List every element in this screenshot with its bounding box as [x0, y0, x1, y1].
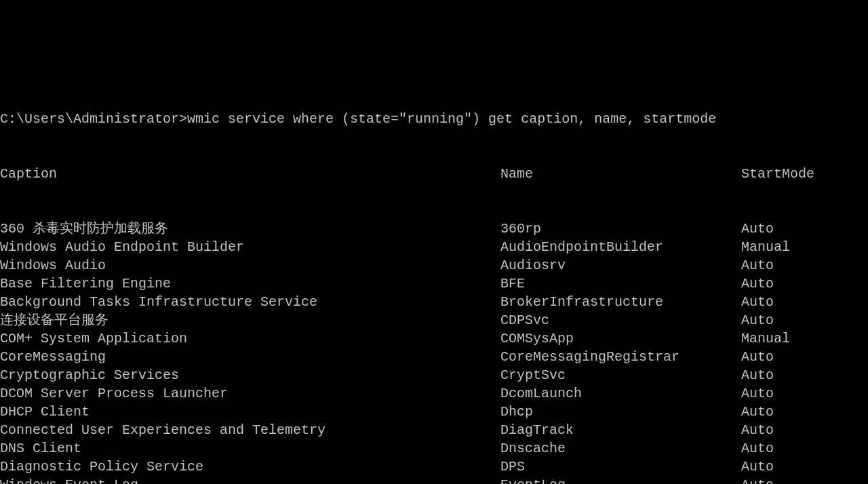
- cell-caption: Windows Audio Endpoint Builder: [0, 238, 500, 256]
- table-row: 连接设备平台服务CDPSvcAuto: [0, 311, 868, 329]
- table-row: Diagnostic Policy ServiceDPSAuto: [0, 458, 868, 476]
- cell-caption: Background Tasks Infrastructure Service: [0, 293, 500, 311]
- cell-caption: DNS Client: [0, 439, 500, 458]
- cell-startmode: Auto: [741, 476, 868, 484]
- cell-name: EventLog: [500, 476, 741, 484]
- cell-caption: CoreMessaging: [0, 348, 500, 366]
- cell-startmode: Auto: [741, 256, 868, 275]
- cell-startmode: Auto: [741, 458, 868, 476]
- cell-caption: Windows Event Log: [0, 476, 500, 484]
- table-row: Windows Event LogEventLogAuto: [0, 476, 868, 484]
- cell-name: CDPSvc: [500, 311, 741, 329]
- cell-startmode: Manual: [741, 329, 868, 348]
- cell-name: BrokerInfrastructure: [500, 293, 741, 311]
- cell-caption: Base Filtering Engine: [0, 275, 500, 293]
- cell-startmode: Auto: [741, 348, 868, 366]
- table-row: DCOM Server Process LauncherDcomLaunchAu…: [0, 384, 868, 403]
- cell-name: DPS: [500, 458, 741, 476]
- cell-startmode: Auto: [741, 421, 868, 439]
- cell-caption: COM+ System Application: [0, 329, 500, 348]
- header-startmode: StartMode: [741, 165, 868, 183]
- cell-caption: Windows Audio: [0, 256, 500, 275]
- cell-startmode: Auto: [741, 220, 868, 238]
- table-row: CoreMessagingCoreMessagingRegistrarAuto: [0, 348, 868, 366]
- cell-caption: DHCP Client: [0, 403, 500, 421]
- cell-name: Dnscache: [500, 439, 741, 458]
- cell-caption: Cryptographic Services: [0, 366, 500, 384]
- cell-startmode: Auto: [741, 366, 868, 384]
- cell-startmode: Auto: [741, 275, 868, 293]
- cell-name: DcomLaunch: [500, 384, 741, 403]
- cell-caption: 360 杀毒实时防护加载服务: [0, 220, 500, 238]
- cell-name: DiagTrack: [500, 421, 741, 439]
- cell-name: AudioEndpointBuilder: [500, 238, 741, 256]
- table-row: Base Filtering EngineBFEAuto: [0, 275, 868, 293]
- cell-name: CryptSvc: [500, 366, 741, 384]
- cell-name: COMSysApp: [500, 329, 741, 348]
- cell-caption: Diagnostic Policy Service: [0, 458, 500, 476]
- table-row: Windows AudioAudiosrvAuto: [0, 256, 868, 275]
- cell-name: BFE: [500, 275, 741, 293]
- terminal-window[interactable]: C:\Users\Administrator>wmic service wher…: [0, 73, 868, 484]
- table-row: COM+ System ApplicationCOMSysAppManual: [0, 329, 868, 348]
- table-row: 360 杀毒实时防护加载服务360rpAuto: [0, 220, 868, 238]
- table-row: Connected User Experiences and Telemetry…: [0, 421, 868, 439]
- command-line: C:\Users\Administrator>wmic service wher…: [0, 110, 868, 128]
- cell-name: Audiosrv: [500, 256, 741, 275]
- output-rows: 360 杀毒实时防护加载服务360rpAutoWindows Audio End…: [0, 220, 868, 484]
- table-row: DHCP ClientDhcpAuto: [0, 403, 868, 421]
- table-row: Windows Audio Endpoint BuilderAudioEndpo…: [0, 238, 868, 256]
- cell-startmode: Auto: [741, 403, 868, 421]
- cell-startmode: Auto: [741, 384, 868, 403]
- cell-caption: DCOM Server Process Launcher: [0, 384, 500, 403]
- header-caption: Caption: [0, 165, 500, 183]
- prompt-path: C:\Users\Administrator>: [0, 110, 187, 128]
- cell-startmode: Auto: [741, 311, 868, 329]
- table-row: DNS ClientDnscacheAuto: [0, 439, 868, 458]
- cell-startmode: Auto: [741, 293, 868, 311]
- command-text: wmic service where (state="running") get…: [187, 110, 716, 128]
- cell-name: CoreMessagingRegistrar: [500, 348, 741, 366]
- table-row: Cryptographic ServicesCryptSvcAuto: [0, 366, 868, 384]
- cell-startmode: Manual: [741, 238, 868, 256]
- header-row: CaptionNameStartMode: [0, 165, 868, 183]
- cell-caption: Connected User Experiences and Telemetry: [0, 421, 500, 439]
- cell-name: 360rp: [500, 220, 741, 238]
- header-name: Name: [500, 165, 741, 183]
- cell-caption: 连接设备平台服务: [0, 311, 500, 329]
- cell-name: Dhcp: [500, 403, 741, 421]
- table-row: Background Tasks Infrastructure ServiceB…: [0, 293, 868, 311]
- cell-startmode: Auto: [741, 439, 868, 458]
